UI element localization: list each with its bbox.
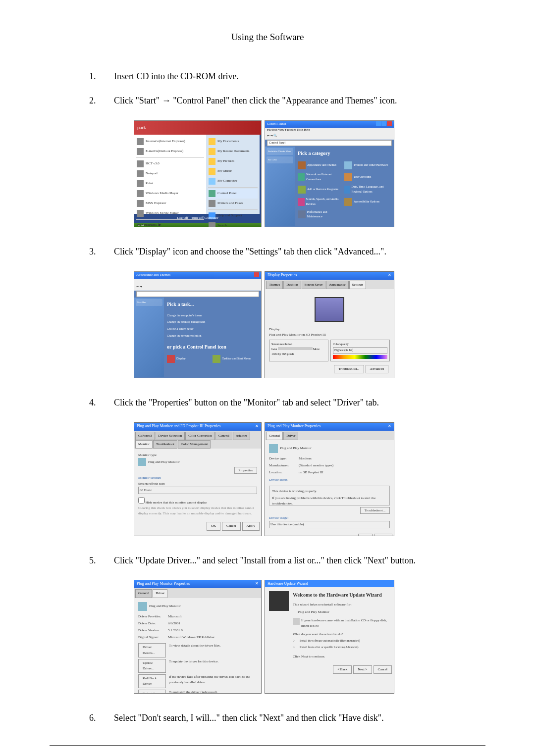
menubar[interactable]: File Edit View Favorites Tools Help bbox=[265, 128, 394, 133]
icon-display[interactable]: Display bbox=[167, 355, 211, 363]
menu-search[interactable]: Search bbox=[208, 221, 258, 227]
tab[interactable]: Adapter bbox=[233, 432, 250, 440]
step-number: 3. bbox=[89, 245, 104, 259]
tab[interactable]: Device Selection bbox=[156, 432, 185, 440]
resolution-slider[interactable] bbox=[278, 347, 313, 350]
tab-appearance[interactable]: Appearance bbox=[326, 281, 348, 289]
uninstall-button[interactable]: Uninstall bbox=[138, 690, 166, 694]
start-menu-right: My Documents My Recent Documents My Pict… bbox=[206, 135, 260, 214]
next-button[interactable]: Next > bbox=[353, 665, 372, 674]
properties-button[interactable]: Properties bbox=[234, 467, 257, 474]
icon-taskbar[interactable]: Taskbar and Start Menu bbox=[213, 355, 256, 363]
category-performance[interactable]: Performance and Maintenance bbox=[298, 210, 342, 219]
tab-driver[interactable]: Driver bbox=[153, 589, 167, 598]
tab-desktop[interactable]: Desktop bbox=[283, 281, 301, 289]
sidebar-switch[interactable]: Switch to Classic View bbox=[267, 148, 293, 155]
tab-general[interactable]: General bbox=[135, 589, 152, 598]
menu-recent[interactable]: My Recent Documents bbox=[208, 147, 258, 156]
close-button[interactable] bbox=[254, 272, 259, 277]
radio-auto[interactable]: Install the software automatically (Reco… bbox=[293, 639, 390, 644]
tab[interactable]: Troubleshoot bbox=[153, 440, 177, 449]
monitor-icon bbox=[269, 444, 278, 453]
address-bar[interactable] bbox=[136, 291, 259, 297]
category-appearance[interactable]: Appearance and Themes bbox=[298, 161, 342, 169]
hide-modes-checkbox[interactable] bbox=[138, 497, 145, 504]
cancel-button[interactable]: Cancel bbox=[222, 522, 240, 530]
ok-button[interactable]: OK bbox=[358, 534, 372, 536]
menu-music[interactable]: My Music bbox=[208, 166, 258, 176]
tab-driver[interactable]: Driver bbox=[283, 432, 298, 440]
troubleshoot-button[interactable]: Troubleshoot... bbox=[360, 507, 390, 514]
wmp-icon bbox=[137, 190, 144, 197]
task-item[interactable]: Change the computer's theme bbox=[167, 312, 258, 319]
toolbar[interactable]: ⬅ ➡ 🔍 bbox=[265, 133, 394, 140]
tab-screensaver[interactable]: Screen Saver bbox=[302, 281, 326, 289]
minimize-button[interactable] bbox=[376, 121, 381, 126]
task-item[interactable]: Change the screen resolution bbox=[167, 333, 258, 340]
update-driver-button[interactable]: Update Driver... bbox=[138, 659, 166, 673]
start-button[interactable]: start bbox=[138, 223, 144, 227]
menu-item-paint[interactable]: Paint bbox=[136, 179, 204, 189]
category-sounds[interactable]: Sounds, Speech, and Audio Devices bbox=[298, 197, 342, 206]
close-icon[interactable]: ✕ bbox=[388, 423, 391, 430]
rollback-button[interactable]: Roll Back Driver bbox=[138, 674, 166, 688]
usage-dropdown[interactable]: Use this device (enable) bbox=[269, 521, 390, 528]
tab-general[interactable]: General bbox=[266, 432, 283, 440]
tab[interactable]: Color Management bbox=[178, 440, 211, 449]
cancel-button[interactable]: Cancel bbox=[374, 665, 392, 674]
address-bar[interactable]: Control Panel bbox=[267, 140, 392, 146]
menu-item-hct[interactable]: HCT v3.0 bbox=[136, 159, 204, 169]
step-number: 2. bbox=[89, 94, 104, 108]
category-addremove[interactable]: Add or Remove Programs bbox=[298, 185, 342, 194]
close-icon[interactable]: ✕ bbox=[255, 423, 259, 430]
category-datetime[interactable]: Date, Time, Language, and Regional Optio… bbox=[344, 185, 389, 194]
tab[interactable]: General bbox=[215, 432, 232, 440]
tab[interactable]: GeForce3 bbox=[135, 432, 155, 440]
menu-item-msn[interactable]: MSN Explorer bbox=[136, 199, 204, 208]
menu-mydocs[interactable]: My Documents bbox=[208, 137, 258, 147]
color-dropdown[interactable]: Highest (32 bit) bbox=[333, 347, 387, 354]
notepad-icon bbox=[137, 170, 144, 177]
shutdown-button[interactable]: Turn Off Computer bbox=[191, 215, 218, 221]
category-printers[interactable]: Printers and Other Hardware bbox=[344, 161, 389, 169]
sound-icon bbox=[298, 198, 305, 206]
maximize-button[interactable] bbox=[381, 121, 386, 126]
back-button[interactable]: < Back bbox=[333, 665, 352, 674]
menu-item-notepad[interactable]: Notepad bbox=[136, 169, 204, 179]
close-button[interactable] bbox=[387, 121, 392, 126]
menu-pictures[interactable]: My Pictures bbox=[208, 156, 258, 166]
apply-button[interactable]: Apply bbox=[242, 522, 260, 530]
advanced-button[interactable]: Advanced bbox=[366, 365, 388, 373]
task-item[interactable]: Choose a screen saver bbox=[167, 326, 258, 333]
task-item[interactable]: Change the desktop background bbox=[167, 319, 258, 326]
search-icon bbox=[209, 222, 215, 227]
radio-list[interactable]: Install from a list or specific location… bbox=[293, 645, 390, 650]
close-icon[interactable]: ✕ bbox=[388, 272, 391, 279]
tab[interactable]: Color Correction bbox=[185, 432, 215, 440]
menubar[interactable] bbox=[134, 279, 261, 284]
menu-item-email[interactable]: E-mail\n(Outlook Express) bbox=[136, 147, 204, 156]
tab-themes[interactable]: Themes bbox=[266, 281, 283, 289]
cancel-button[interactable]: Cancel bbox=[374, 534, 392, 536]
category-network[interactable]: Network and Internet Connections bbox=[298, 172, 342, 182]
menu-controlpanel[interactable]: Control Panel bbox=[208, 189, 258, 199]
screenshot-control-panel: Control Panel File Edit View Favorites T… bbox=[265, 120, 394, 227]
menu-item-internet[interactable]: Internet\n(Internet Explorer) bbox=[136, 137, 204, 147]
color-preview bbox=[333, 355, 387, 359]
menu-all-programs[interactable]: All Programs ▶ bbox=[136, 221, 204, 227]
tab-settings[interactable]: Settings bbox=[349, 281, 367, 289]
start-menu-left: Internet\n(Internet Explorer) E-mail\n(O… bbox=[134, 135, 206, 214]
menu-mycomputer[interactable]: My Computer bbox=[208, 176, 258, 186]
driver-details-button[interactable]: Driver Details... bbox=[138, 643, 166, 657]
troubleshoot-button[interactable]: Troubleshoot... bbox=[334, 365, 364, 373]
category-accessibility[interactable]: Accessibility Options bbox=[344, 197, 389, 206]
menu-item-wmp[interactable]: Windows Media Player bbox=[136, 189, 204, 199]
menu-printers[interactable]: Printers and Faxes bbox=[208, 199, 258, 208]
close-icon[interactable]: ✕ bbox=[255, 581, 259, 588]
ok-button[interactable]: OK bbox=[207, 522, 220, 530]
toolbar[interactable]: ⬅ ➡ bbox=[134, 284, 261, 291]
tab-monitor[interactable]: Monitor bbox=[135, 440, 153, 449]
refresh-dropdown[interactable]: 60 Hertz bbox=[138, 487, 257, 494]
log-off-button[interactable]: Log Off bbox=[177, 215, 188, 221]
category-users[interactable]: User Accounts bbox=[344, 172, 389, 182]
